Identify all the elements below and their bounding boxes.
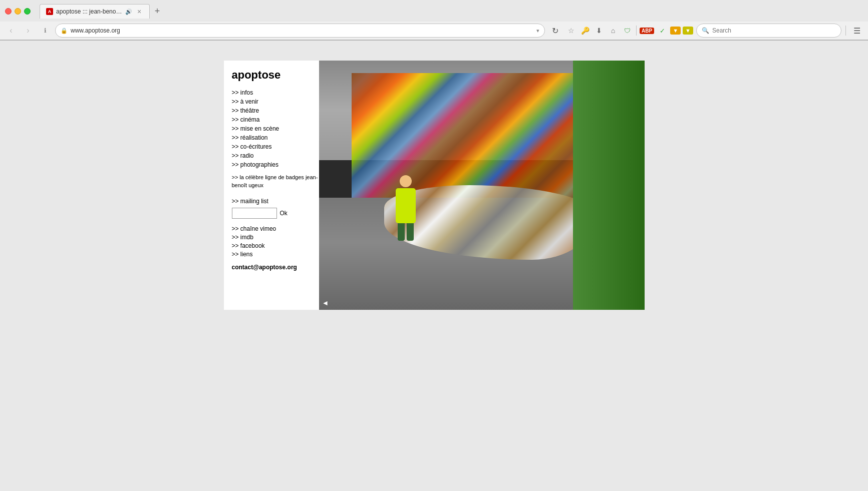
site-container: apoptose >> infos >> à venir >> théâtre … bbox=[224, 61, 645, 310]
home-icon[interactable]: ⌂ bbox=[607, 25, 619, 37]
tab-sound-icon[interactable]: 🔊 bbox=[125, 9, 132, 15]
nav-link-co-ecritures[interactable]: >> co-écritures bbox=[232, 143, 272, 150]
separator bbox=[636, 26, 637, 36]
badge-link[interactable]: >> la célèbre ligne de badges jean-benoî… bbox=[232, 174, 318, 188]
sidebar: apoptose >> infos >> à venir >> théâtre … bbox=[224, 61, 319, 310]
mailing-form: Ok bbox=[232, 208, 319, 219]
info-button[interactable]: ℹ bbox=[38, 24, 52, 38]
worker-legs bbox=[391, 223, 421, 241]
ext-link-imdb[interactable]: >> imdb bbox=[232, 234, 253, 241]
background-image: ◄ bbox=[319, 61, 645, 310]
url-dropdown-icon[interactable]: ▾ bbox=[536, 28, 539, 34]
download-icon[interactable]: ⬇ bbox=[593, 25, 605, 37]
green-check-icon[interactable]: ✓ bbox=[656, 25, 668, 37]
orange-dropdown-button[interactable]: ▼ bbox=[670, 27, 681, 35]
title-bar: A apoptose ::: jean-benoï... 🔊 × + bbox=[0, 0, 868, 22]
adblock-badge[interactable]: ABP bbox=[640, 28, 654, 34]
minimize-window-button[interactable] bbox=[15, 8, 21, 15]
new-tab-button[interactable]: + bbox=[151, 5, 164, 18]
info-icon: ℹ bbox=[44, 27, 47, 34]
nav-link-radio[interactable]: >> radio bbox=[232, 152, 254, 159]
lock-icon: 🔒 bbox=[61, 28, 68, 34]
maximize-window-button[interactable] bbox=[24, 8, 31, 15]
garbage-truck bbox=[573, 61, 645, 310]
contact-email[interactable]: contact@apoptose.org bbox=[232, 264, 319, 271]
mailing-ok-button[interactable]: Ok bbox=[280, 210, 287, 217]
forward-button[interactable]: › bbox=[21, 24, 35, 38]
search-icon: 🔍 bbox=[702, 27, 709, 34]
nav-link-avenir[interactable]: >> à venir bbox=[232, 98, 258, 105]
nav-link-infos[interactable]: >> infos bbox=[232, 89, 253, 96]
refresh-button[interactable]: ↻ bbox=[548, 24, 562, 38]
ext-link-facebook[interactable]: >> facebook bbox=[232, 242, 265, 249]
nav-bar: ‹ › ℹ 🔒 www.apoptose.org ▾ ↻ ☆ 🔑 ⬇ ⌂ 🛡 A… bbox=[0, 22, 868, 40]
graffiti-wall bbox=[352, 73, 580, 198]
tab-favicon: A bbox=[46, 8, 53, 15]
nav-link-mise-en-scene[interactable]: >> mise en scène bbox=[232, 125, 279, 132]
ext-link-liens[interactable]: >> liens bbox=[232, 251, 253, 258]
key-icon[interactable]: 🔑 bbox=[579, 25, 591, 37]
worker-head bbox=[400, 175, 412, 187]
external-links: >> chaîne vimeo >> imdb >> facebook >> l… bbox=[232, 225, 319, 258]
sound-icon[interactable]: ◄ bbox=[322, 299, 329, 307]
mailing-label: >> mailing list bbox=[232, 198, 319, 205]
badge-section: >> la célèbre ligne de badges jean-benoî… bbox=[232, 173, 319, 190]
website-wrapper: apoptose >> infos >> à venir >> théâtre … bbox=[224, 61, 645, 451]
worker-figure bbox=[391, 175, 421, 235]
content-area: apoptose >> infos >> à venir >> théâtre … bbox=[0, 41, 868, 471]
tab-title: apoptose ::: jean-benoï... bbox=[56, 8, 122, 15]
toolbar-icons: ☆ 🔑 ⬇ ⌂ 🛡 ABP ✓ ▼ ▼ bbox=[565, 25, 693, 37]
mailing-section: >> mailing list Ok bbox=[232, 198, 319, 219]
nav-link-theatre[interactable]: >> théâtre bbox=[232, 107, 259, 114]
url-bar[interactable]: 🔒 www.apoptose.org ▾ bbox=[55, 24, 545, 38]
browser-chrome: A apoptose ::: jean-benoï... 🔊 × + ‹ › ℹ… bbox=[0, 0, 868, 41]
window-controls bbox=[5, 8, 31, 15]
nav-link-realisation[interactable]: >> réalisation bbox=[232, 134, 268, 141]
close-window-button[interactable] bbox=[5, 8, 12, 15]
tab-close-button[interactable]: × bbox=[135, 8, 143, 16]
bookmark-star-icon[interactable]: ☆ bbox=[565, 25, 577, 37]
search-bar[interactable]: 🔍 bbox=[696, 24, 841, 38]
yellow-dropdown-button[interactable]: ▼ bbox=[683, 27, 693, 35]
nav-link-cinema[interactable]: >> cinéma bbox=[232, 116, 260, 123]
worker-body bbox=[396, 188, 416, 223]
nav-links: >> infos >> à venir >> théâtre >> cinéma… bbox=[232, 89, 319, 168]
url-text: www.apoptose.org bbox=[71, 27, 533, 34]
worker-leg-right bbox=[407, 223, 414, 241]
tab-bar: A apoptose ::: jean-benoï... 🔊 × + bbox=[35, 4, 169, 19]
ext-link-vimeo[interactable]: >> chaîne vimeo bbox=[232, 225, 276, 232]
nav-link-photographies[interactable]: >> photographies bbox=[232, 161, 278, 168]
active-tab[interactable]: A apoptose ::: jean-benoï... 🔊 × bbox=[40, 4, 150, 19]
site-title: apoptose bbox=[232, 69, 319, 82]
shield-icon[interactable]: 🛡 bbox=[621, 25, 633, 37]
menu-button[interactable]: ☰ bbox=[850, 24, 864, 38]
search-input[interactable] bbox=[712, 27, 836, 34]
separator-right bbox=[845, 26, 846, 36]
back-button[interactable]: ‹ bbox=[4, 24, 18, 38]
scene: ◄ bbox=[319, 61, 645, 310]
worker-leg-left bbox=[398, 223, 405, 241]
mailing-input[interactable] bbox=[232, 208, 277, 219]
